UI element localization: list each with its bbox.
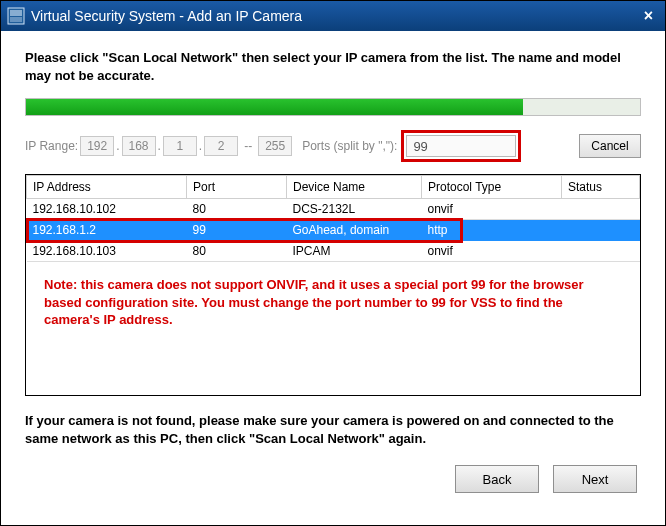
camera-table: IP Address Port Device Name Protocol Typ… [26, 175, 640, 262]
cell-port: 80 [187, 241, 287, 262]
ports-label: Ports (split by ","): [302, 139, 397, 153]
ip-octet-3[interactable] [163, 136, 197, 156]
cell-device: GoAhead, domain [287, 220, 422, 241]
cell-device: IPCAM [287, 241, 422, 262]
dialog-content: Please click "Scan Local Network" then s… [1, 31, 665, 507]
col-ip[interactable]: IP Address [27, 176, 187, 199]
table-row[interactable]: 192.168.1.299GoAhead, domainhttp [27, 220, 640, 241]
cell-protocol: onvif [422, 241, 562, 262]
cell-status [562, 241, 640, 262]
svg-rect-1 [10, 10, 22, 16]
table-row[interactable]: 192.168.10.10280DCS-2132Lonvif [27, 199, 640, 220]
next-button[interactable]: Next [553, 465, 637, 493]
camera-table-wrap: IP Address Port Device Name Protocol Typ… [25, 174, 641, 396]
cell-ip: 192.168.10.103 [27, 241, 187, 262]
cell-port: 99 [187, 220, 287, 241]
col-protocol[interactable]: Protocol Type [422, 176, 562, 199]
close-icon[interactable]: × [638, 7, 659, 25]
svg-rect-2 [10, 17, 22, 22]
scan-progress [25, 98, 641, 116]
app-icon [7, 7, 25, 25]
footer-instruction: If your camera is not found, please make… [25, 412, 641, 447]
col-port[interactable]: Port [187, 176, 287, 199]
instruction-text: Please click "Scan Local Network" then s… [25, 49, 641, 84]
col-device[interactable]: Device Name [287, 176, 422, 199]
ip-range-row: IP Range: . . . -- Ports (split by ","):… [25, 130, 641, 162]
ip-range-label: IP Range: [25, 139, 78, 153]
cancel-button[interactable]: Cancel [579, 134, 641, 158]
cell-protocol: onvif [422, 199, 562, 220]
ip-end-octet[interactable] [258, 136, 292, 156]
cell-port: 80 [187, 199, 287, 220]
title-bar: Virtual Security System - Add an IP Came… [1, 1, 665, 31]
cell-status [562, 220, 640, 241]
button-row: Back Next [25, 465, 641, 493]
ports-input[interactable] [406, 135, 516, 157]
ip-octet-2[interactable] [122, 136, 156, 156]
cell-ip: 192.168.10.102 [27, 199, 187, 220]
blank-box [25, 468, 105, 490]
note-text: Note: this camera does not support ONVIF… [26, 262, 640, 329]
window-title: Virtual Security System - Add an IP Came… [31, 8, 638, 24]
cell-ip: 192.168.1.2 [27, 220, 187, 241]
cell-device: DCS-2132L [287, 199, 422, 220]
ports-highlight-frame [401, 130, 521, 162]
ip-octet-4[interactable] [204, 136, 238, 156]
cell-protocol: http [422, 220, 562, 241]
col-status[interactable]: Status [562, 176, 640, 199]
cell-status [562, 199, 640, 220]
table-row[interactable]: 192.168.10.10380IPCAMonvif [27, 241, 640, 262]
ip-octet-1[interactable] [80, 136, 114, 156]
back-button[interactable]: Back [455, 465, 539, 493]
